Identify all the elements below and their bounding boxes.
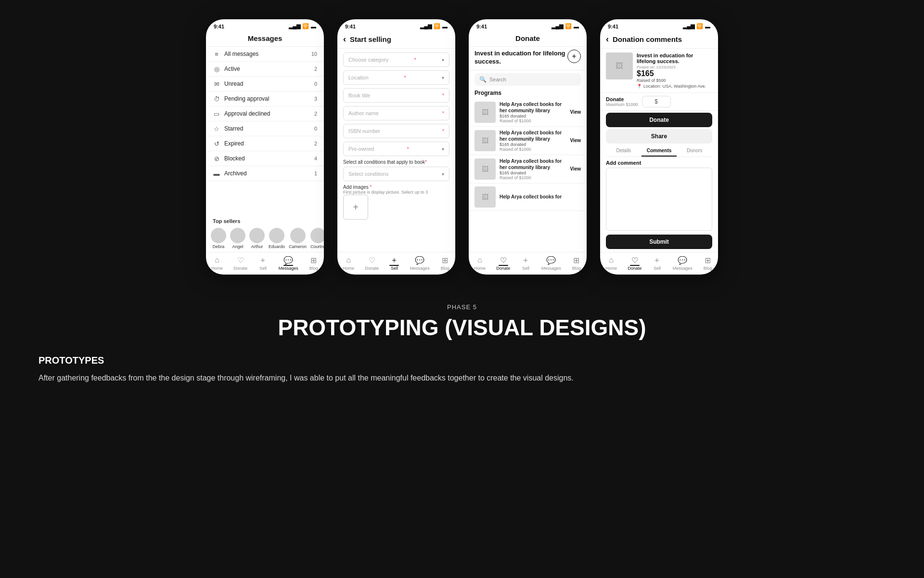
donate-content: Donate Invest in education for lifelong … [469,31,587,252]
nav-messages-1[interactable]: 💬 Messages [279,255,298,271]
back-arrow-comments[interactable]: ‹ [606,34,609,44]
expired-label: Expired [224,140,314,147]
share-button[interactable]: Share [606,129,712,144]
author-required: * [442,111,444,116]
tab-donors[interactable]: Donors [677,145,712,157]
nav-sell-3[interactable]: ＋ Sell [521,255,530,271]
pre-owned-required: * [407,146,409,152]
hero-info: Invest in education for lifelong success… [637,53,712,89]
search-placeholder-donate: Search [489,77,506,82]
nav-messages-label-4: Messages [673,266,693,271]
unread-count: 0 [314,81,317,87]
donation-detail: 🖼 Invest in education for lifelong succe… [600,49,718,252]
donation-comments-title: Donation comments [613,35,682,43]
detail-tabs: Details Comments Donors [606,145,712,157]
donate-search-bar[interactable]: 🔍 Search [475,73,581,86]
msg-active[interactable]: ◎ Active 2 [206,62,324,77]
nav-sell-4[interactable]: ＋ Sell [652,255,662,271]
comment-textarea[interactable] [606,168,712,231]
nav-blog-1[interactable]: ⊞ Blog [309,255,319,271]
nav-donate-1[interactable]: ♡ Donate [233,255,247,271]
phone-sell: 9:41 ▂▄▆ 🛜 ▬ ‹ Start selling Choose cate… [337,19,455,275]
hero-amount: $165 [637,69,712,78]
nav-messages-4[interactable]: 💬 Messages [673,255,693,271]
nav-home-3[interactable]: ⌂ Home [474,255,486,271]
msg-blocked[interactable]: ⊘ Blocked 4 [206,151,324,166]
program-name-3: Help Arya collect books for [500,194,581,200]
status-icons-4: ▂▄▆ 🛜 ▬ [683,23,710,29]
program-item-2[interactable]: 🖼 Help Arya collect books for her commun… [469,155,587,184]
sell-header: ‹ Start selling [337,31,455,49]
msg-unread[interactable]: ✉ Unread 0 [206,77,324,92]
back-arrow-sell[interactable]: ‹ [343,34,346,44]
nav-messages-3[interactable]: 💬 Messages [541,255,561,271]
nav-blog-4[interactable]: ⊞ Blog [703,255,713,271]
hero-location: 📍 Location: USA, Washington Ave. [637,84,712,89]
isbn-field[interactable]: ISBN number * [343,124,449,138]
book-title-field[interactable]: Book title * [343,88,449,103]
nav-blog-2[interactable]: ⊞ Blog [440,255,450,271]
program-raised-1: Raised of $1000 [500,147,566,152]
category-dropdown[interactable]: Choose category * ▾ [343,53,449,67]
pending-label: Pending approval [224,95,314,102]
nav-home-1[interactable]: ⌂ Home [211,255,223,271]
nav-blog-label-3: Blog [572,266,581,271]
pre-owned-dropdown[interactable]: Pre-owned * ▾ [343,142,449,156]
nav-donate-label-1: Donate [233,266,247,271]
donate-action-info: Donate Maximum $1000 [606,96,638,107]
donate-amount-input[interactable]: $ [642,96,671,107]
tab-details[interactable]: Details [606,145,642,157]
nav-donate-3[interactable]: ♡ Donate [496,255,510,271]
program-item-1[interactable]: 🖼 Help Arya collect books for her commun… [469,127,587,155]
starred-label: Starred [224,125,314,132]
nav-messages-2[interactable]: 💬 Messages [410,255,430,271]
donate-button[interactable]: Donate [606,113,712,127]
nav-donate-4[interactable]: ♡ Donate [628,255,642,271]
conditions-required-star: * [425,159,427,165]
program-item-0[interactable]: 🖼 Help Arya collect books for her commun… [469,98,587,127]
pending-icon: ⏱ [213,95,220,103]
donate-action-row: Donate Maximum $1000 $ [600,93,718,111]
nav-donate-2[interactable]: ♡ Donate [365,255,379,271]
donate-plus-button[interactable]: + [567,50,581,63]
blocked-icon: ⊘ [213,155,220,162]
msg-all-messages[interactable]: ≡ All messages 10 [206,47,324,62]
view-btn-2[interactable]: View [570,166,581,171]
sell-icon-4: ＋ [652,255,662,265]
msg-pending[interactable]: ⏱ Pending approval 3 [206,92,324,106]
nav-home-4[interactable]: ⌂ Home [605,255,617,271]
program-info-3: Help Arya collect books for [500,194,581,200]
blog-icon-2: ⊞ [440,255,450,265]
msg-expired[interactable]: ↺ Expired 2 [206,136,324,151]
msg-starred[interactable]: ☆ Starred 0 [206,121,324,136]
prototypes-heading: PROTOTYPES [38,355,886,366]
nav-blog-3[interactable]: ⊞ Blog [572,255,581,271]
seller-name-eduardo: Eduardo [269,244,285,249]
program-item-3[interactable]: 🖼 Help Arya collect books for [469,184,587,211]
msg-approval-declined[interactable]: ▭ Approval declined 2 [206,106,324,121]
author-name-field[interactable]: Author name * [343,106,449,120]
add-images-sub: First picture is display picture. Select… [343,190,449,195]
nav-sell-label-1: Sell [259,266,267,271]
submit-button[interactable]: Submit [606,235,712,249]
expired-count: 2 [314,141,317,146]
msg-archived[interactable]: ▬ Archived 1 [206,166,324,181]
nav-blog-label-1: Blog [309,266,318,271]
image-upload-button[interactable]: + [343,195,368,220]
seller-name-courtne: Courtne [310,244,324,249]
nav-sell-1[interactable]: ＋ Sell [258,255,268,271]
view-btn-1[interactable]: View [570,138,581,143]
location-dropdown[interactable]: Location * ▾ [343,70,449,85]
nav-sell-2[interactable]: ＋ Sell [389,255,399,271]
donate-icon-1: ♡ [236,255,245,265]
bottom-nav-1: ⌂ Home ♡ Donate ＋ Sell 💬 Messages ⊞ Blog [206,252,324,275]
messages-icon-4: 💬 [678,255,687,265]
tab-comments[interactable]: Comments [642,145,677,157]
nav-home-2[interactable]: ⌂ Home [343,255,354,271]
conditions-dropdown[interactable]: Select conditions ▾ [343,167,449,181]
archived-icon: ▬ [213,170,220,177]
status-bar-2: 9:41 ▂▄▆ 🛜 ▬ [337,19,455,31]
bottom-section: PHASE 5 PROTOTYPING (VISUAL DESIGNS) PRO… [0,289,924,404]
blog-icon-3: ⊞ [572,255,581,265]
view-btn-0[interactable]: View [570,109,581,115]
